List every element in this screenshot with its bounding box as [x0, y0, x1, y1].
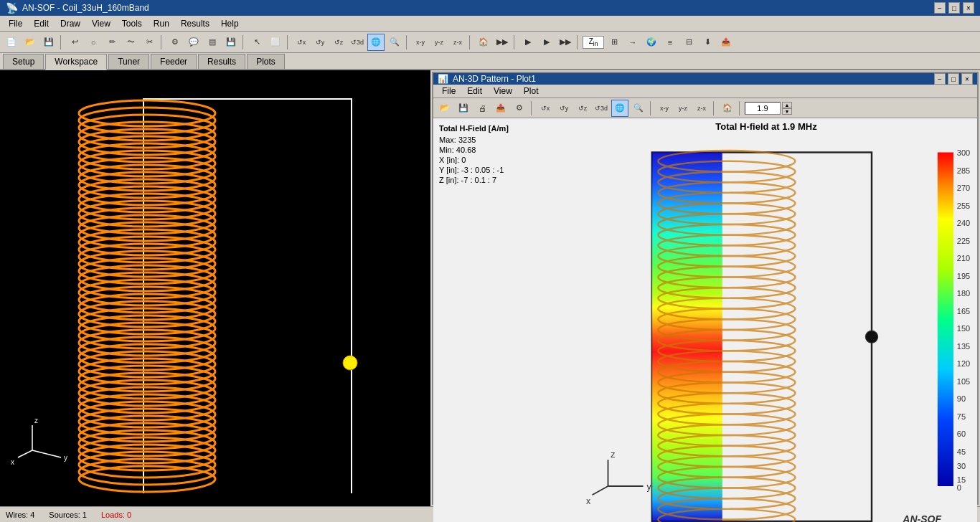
title-bar-controls[interactable]: − □ ×: [934, 2, 974, 14]
pen-tool[interactable]: ✏: [103, 34, 121, 51]
menu-tools[interactable]: Tools: [116, 17, 148, 30]
new-button[interactable]: 📄: [3, 34, 20, 51]
pattern-menu-bar: File Edit View Plot: [433, 85, 977, 98]
pattern-settings-button[interactable]: ⚙: [511, 100, 528, 117]
svg-text:210: 210: [957, 254, 970, 262]
tab-plots[interactable]: Plots: [247, 54, 285, 69]
separator-7: [514, 35, 517, 49]
pattern-menu-view[interactable]: View: [488, 85, 518, 98]
rotate-y-tool[interactable]: ↺y: [311, 34, 329, 51]
pattern-toolbar: 📂 💾 🖨 📤 ⚙ ↺x ↺y ↺z ↺3d 🌐 🔍 x-y y-z z-x 🏠…: [433, 98, 977, 118]
save2-tool[interactable]: 💾: [222, 34, 240, 51]
rotate-z-tool[interactable]: ↺z: [330, 34, 347, 51]
world-tool[interactable]: 🌍: [643, 34, 660, 51]
pattern-separator-3: [713, 101, 716, 115]
menu-view[interactable]: View: [86, 17, 116, 30]
pattern-export-button[interactable]: 📤: [492, 100, 509, 117]
pattern-globe[interactable]: 🌐: [611, 100, 628, 117]
pattern-window: 📊 AN-3D Pattern - Plot1 − □ × File Edit …: [432, 72, 979, 505]
pause-button[interactable]: ▶: [538, 34, 555, 51]
tab-results[interactable]: Results: [198, 54, 245, 69]
pointer-tool[interactable]: ↖: [248, 34, 265, 51]
pattern-window-title: AN-3D Pattern - Plot1: [453, 74, 536, 84]
download-tool[interactable]: ⬇: [699, 34, 716, 51]
pattern-open-button[interactable]: 📂: [436, 100, 453, 117]
z-tool[interactable]: ⊞: [606, 34, 623, 51]
table-tool[interactable]: ▤: [204, 34, 221, 51]
open-button[interactable]: 📂: [22, 34, 39, 51]
view-xy-button[interactable]: x-y: [412, 34, 429, 51]
frequency-input[interactable]: [745, 102, 781, 115]
pattern-print-button[interactable]: 🖨: [473, 100, 491, 117]
menu-file[interactable]: File: [3, 17, 28, 30]
pattern-info-panel: Total H-Field [A/m] Max: 3235 Min: 40.68…: [433, 118, 555, 522]
close-button[interactable]: ×: [963, 2, 974, 14]
maximize-button[interactable]: □: [948, 2, 960, 14]
menu-run[interactable]: Run: [148, 17, 175, 30]
pattern-rot-z[interactable]: ↺z: [574, 100, 591, 117]
comment-tool[interactable]: 💬: [185, 34, 202, 51]
pattern-menu-file[interactable]: File: [436, 85, 461, 98]
pattern-zoom[interactable]: 🔍: [630, 100, 647, 117]
menu-help[interactable]: Help: [215, 17, 245, 30]
pattern-view-zx[interactable]: z-x: [693, 100, 710, 117]
freq-down-button[interactable]: ▼: [782, 108, 792, 115]
title-bar: 📡 AN-SOF - Coil_33uH_160mBand − □ ×: [0, 0, 980, 16]
pattern-viz: Total H-field at 1.9 MHz: [555, 118, 977, 522]
ff-button[interactable]: ▶▶: [557, 34, 574, 51]
sim-tool[interactable]: ▶▶: [494, 34, 511, 51]
field-min: Min: 40.68: [439, 146, 550, 154]
title-bar-left: 📡 AN-SOF - Coil_33uH_160mBand: [6, 2, 149, 14]
frequency-spinner[interactable]: ▲ ▼: [782, 102, 792, 115]
pattern-minimize-button[interactable]: −: [934, 73, 946, 85]
list-tool[interactable]: ≡: [661, 34, 679, 51]
pattern-view-yz[interactable]: y-z: [674, 100, 692, 117]
loads-label: Loads: 0: [101, 511, 131, 519]
delete-tool[interactable]: ✂: [141, 34, 158, 51]
zoom-tool[interactable]: 🔍: [386, 34, 403, 51]
pattern-save-button[interactable]: 💾: [455, 100, 472, 117]
pattern-view-xy[interactable]: x-y: [656, 100, 673, 117]
select-tool[interactable]: ⬜: [267, 34, 284, 51]
pattern-plot-area[interactable]: y z x: [555, 135, 977, 522]
freq-up-button[interactable]: ▲: [782, 102, 792, 108]
tab-feeder[interactable]: Feeder: [151, 54, 197, 69]
minimize-button[interactable]: −: [934, 2, 946, 14]
svg-text:30: 30: [957, 462, 966, 470]
menu-results[interactable]: Results: [175, 17, 215, 30]
pattern-rot-x[interactable]: ↺x: [537, 100, 554, 117]
menu-draw[interactable]: Draw: [55, 17, 86, 30]
pattern-rot-3d[interactable]: ↺3d: [593, 100, 610, 117]
svg-line-54: [32, 450, 61, 457]
menu-edit[interactable]: Edit: [28, 17, 55, 30]
save-button[interactable]: 💾: [40, 34, 57, 51]
rotate-x-tool[interactable]: ↺x: [293, 34, 310, 51]
pattern-menu-plot[interactable]: Plot: [518, 85, 545, 98]
home-tool[interactable]: 🏠: [475, 34, 492, 51]
pattern-menu-edit[interactable]: Edit: [461, 85, 488, 98]
pattern-close-button[interactable]: ×: [961, 73, 973, 85]
undo-button[interactable]: ↩: [66, 34, 83, 51]
tab-workspace[interactable]: Workspace: [45, 54, 107, 70]
brand-name: AN-SOF: [877, 513, 942, 523]
play-button[interactable]: ▶: [519, 34, 537, 51]
curve-tool[interactable]: 〜: [122, 34, 139, 51]
pattern-home[interactable]: 🏠: [719, 100, 736, 117]
tab-tuner[interactable]: Tuner: [108, 54, 149, 69]
table2-tool[interactable]: ⊟: [680, 34, 697, 51]
export-tool[interactable]: 📤: [717, 34, 735, 51]
svg-text:x: x: [11, 458, 14, 466]
circle-tool[interactable]: ○: [85, 34, 102, 51]
tab-setup[interactable]: Setup: [3, 54, 44, 69]
viewport-left[interactable]: y x z: [0, 70, 430, 506]
globe-tool[interactable]: 🌐: [367, 34, 385, 51]
pattern-rot-y[interactable]: ↺y: [555, 100, 573, 117]
arrow-tool[interactable]: →: [624, 34, 641, 51]
rotate-3d-tool[interactable]: ↺3d: [349, 34, 366, 51]
settings-tool[interactable]: ⚙: [166, 34, 184, 51]
pattern-maximize-button[interactable]: □: [948, 73, 959, 85]
separator-3: [242, 35, 245, 49]
view-yz-button[interactable]: y-z: [430, 34, 448, 51]
tab-bar: Setup Workspace Tuner Feeder Results Plo…: [0, 53, 980, 70]
view-zx-button[interactable]: z-x: [449, 34, 466, 51]
